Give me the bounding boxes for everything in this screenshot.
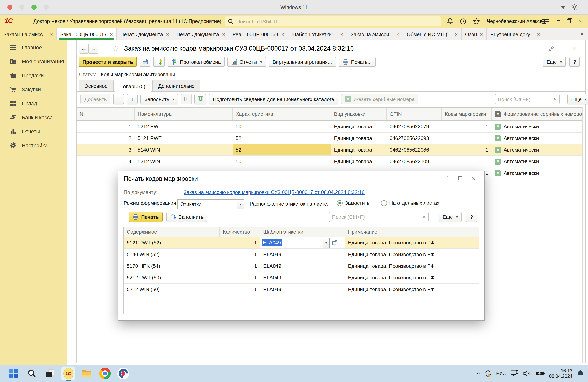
load-table-button[interactable] bbox=[195, 94, 206, 104]
network-display-icon[interactable] bbox=[510, 370, 519, 377]
form-more-button[interactable]: Еще▾ bbox=[543, 57, 566, 67]
form-more-dots-icon[interactable]: ⋮ bbox=[559, 45, 565, 52]
tab-order-emission[interactable]: Заказ на эмисси...× bbox=[347, 28, 403, 40]
table-row[interactable]: 5212 WIN (50) 1 ELA049 Единица товара, П… bbox=[124, 284, 479, 295]
col-header-gtin[interactable]: GTIN bbox=[387, 108, 442, 121]
help-button[interactable]: ? bbox=[569, 57, 580, 67]
tray-chevron-up-icon[interactable]: ^ bbox=[477, 371, 480, 376]
taskbar-search-button[interactable] bbox=[24, 366, 39, 381]
table-row[interactable]: 5212 PWT (50) 1 ELA049 Единица товара, П… bbox=[124, 272, 479, 284]
forward-button[interactable]: → bbox=[89, 43, 98, 54]
goods-more-button[interactable]: Еще▾ bbox=[567, 94, 588, 104]
fill-button[interactable]: Заполнить▾ bbox=[141, 94, 178, 104]
dialog-help-button[interactable]: ? bbox=[466, 212, 477, 222]
clear-search-icon[interactable]: × bbox=[420, 214, 428, 220]
service-menu-icon[interactable] bbox=[543, 19, 549, 25]
tab-additional[interactable]: Дополнительно bbox=[152, 80, 200, 92]
table-row[interactable]: 5140 WIN (52) 1 ELA049 Единица товара, П… bbox=[124, 249, 479, 260]
sidebar-item-reports[interactable]: Отчеты bbox=[0, 124, 67, 138]
favorites-star-icon[interactable] bbox=[473, 18, 480, 25]
combo-dropdown-icon[interactable]: ▾ bbox=[323, 238, 329, 247]
add-row-button[interactable]: Добавить bbox=[81, 94, 111, 104]
col-header-marking-codes[interactable]: Коды маркировки bbox=[442, 108, 492, 121]
sidebar-item-main[interactable]: Главное bbox=[0, 40, 67, 54]
volume-icon[interactable] bbox=[523, 370, 531, 377]
sidebar-item-organization[interactable]: Моя организация bbox=[0, 54, 67, 68]
history-icon[interactable] bbox=[460, 18, 467, 25]
table-row-selected[interactable]: 5121 PWT (52) 1 ELA049 ▾ Единица товара,… bbox=[124, 237, 479, 249]
form-close-icon[interactable]: × bbox=[573, 45, 577, 52]
tab-exchange-is-mp[interactable]: Обмен с ИС МП (...× bbox=[403, 28, 462, 40]
selected-cell[interactable]: 52 bbox=[232, 144, 331, 156]
tab-close-icon[interactable]: × bbox=[110, 31, 113, 37]
tab-main[interactable]: Основное bbox=[79, 80, 113, 92]
prepare-national-catalog-button[interactable]: Подготовить сведения для национального к… bbox=[209, 94, 338, 104]
tab-overflow-icon[interactable]: ▼ bbox=[576, 32, 588, 36]
sync-icon[interactable] bbox=[484, 370, 492, 377]
tab-realization-00cb-000169[interactable]: Реа... 00ЦБ-000169× bbox=[229, 28, 288, 40]
tab-close-icon[interactable]: × bbox=[340, 31, 343, 37]
tab-ozon[interactable]: Озон× bbox=[462, 28, 487, 40]
1c-app-button[interactable]: 1С bbox=[61, 366, 75, 381]
app-minimize-button[interactable]: – bbox=[557, 17, 560, 24]
clock[interactable]: 16:13 08.04.2024 bbox=[549, 368, 572, 379]
col-header-serial-generation[interactable]: # Формирование серийных номеров bbox=[492, 108, 583, 121]
global-search[interactable] bbox=[225, 16, 441, 26]
col-header-packaging[interactable]: Вид упаковки bbox=[331, 108, 387, 121]
vm-settings-gear-icon[interactable] bbox=[571, 4, 578, 10]
post-document-button[interactable] bbox=[153, 57, 165, 67]
col-header-content[interactable]: Содержимое bbox=[124, 227, 220, 237]
main-menu-icon[interactable] bbox=[22, 19, 29, 24]
col-header-template[interactable]: Шаблон этикетки bbox=[260, 227, 345, 237]
dialog-more-dots-icon[interactable]: ⋮ bbox=[445, 175, 451, 182]
dialog-maximize-icon[interactable] bbox=[459, 176, 462, 180]
chrome-button[interactable] bbox=[98, 366, 112, 381]
print-button[interactable]: Печать bbox=[129, 212, 163, 222]
save-button[interactable] bbox=[140, 57, 151, 67]
tab-close-icon[interactable]: × bbox=[537, 31, 540, 37]
tab-close-icon[interactable]: × bbox=[455, 31, 458, 37]
col-header-note[interactable]: Примечание bbox=[345, 227, 479, 237]
dialog-close-icon[interactable]: × bbox=[472, 175, 476, 182]
move-row-up-button[interactable]: ↑ bbox=[113, 94, 124, 104]
open-template-icon[interactable] bbox=[332, 240, 337, 245]
sidebar-item-settings[interactable]: Настройки bbox=[0, 138, 67, 152]
radio-tile-layout[interactable]: Замостить bbox=[337, 200, 370, 206]
tab-close-icon[interactable]: × bbox=[222, 31, 225, 37]
template-input[interactable]: ELA049 ▾ bbox=[261, 238, 330, 248]
col-header-quantity[interactable]: Количество bbox=[220, 227, 260, 237]
mode-combobox[interactable]: Этикетки ▾ bbox=[177, 199, 244, 209]
reports-button[interactable]: Отчеты ▾ bbox=[228, 57, 266, 67]
table-row-selected[interactable]: 3 5140 WIN 52 Единица товара 04627085622… bbox=[77, 144, 583, 156]
document-link[interactable]: Заказ на эмиссию кодов маркировки СУЗ 00… bbox=[184, 189, 365, 195]
col-header-n[interactable]: N bbox=[77, 108, 135, 121]
goods-search-input[interactable] bbox=[495, 96, 551, 102]
vm-dropdown-icon[interactable] bbox=[561, 6, 566, 9]
tab-internal-documents[interactable]: Внутренние доку...× bbox=[487, 28, 544, 40]
sidebar-item-purchases[interactable]: Закупки bbox=[0, 82, 67, 96]
sidebar-item-warehouse[interactable]: Склад bbox=[0, 96, 67, 110]
col-header-nomenclature[interactable]: Номенклатура bbox=[135, 108, 232, 121]
combo-dropdown-icon[interactable]: ▾ bbox=[237, 200, 244, 209]
exchange-protocol-button[interactable]: Протокол обмена bbox=[168, 57, 225, 67]
app-restore-button[interactable] bbox=[567, 20, 571, 23]
battery-icon[interactable] bbox=[536, 371, 545, 376]
table-row[interactable]: 2 5121 PWT 52 Единица товара 04627085622… bbox=[77, 133, 583, 144]
sidebar-item-sales[interactable]: Продажи bbox=[0, 68, 67, 82]
barcode-scan-button[interactable] bbox=[181, 94, 192, 104]
tab-orders-emission-list[interactable]: Заказы на эмисс...× bbox=[0, 28, 57, 40]
tab-close-icon[interactable]: × bbox=[281, 31, 284, 37]
clear-search-icon[interactable]: × bbox=[551, 96, 559, 102]
tab-goods[interactable]: Товары (5) bbox=[115, 80, 151, 92]
tab-close-icon[interactable]: × bbox=[397, 31, 399, 37]
file-explorer-button[interactable] bbox=[79, 366, 94, 381]
notifications-bell-icon[interactable] bbox=[447, 18, 453, 25]
dialog-more-button[interactable]: Еще▾ bbox=[439, 212, 462, 222]
tab-print-document-2[interactable]: Печать документа× bbox=[173, 28, 229, 40]
task-view-button[interactable] bbox=[43, 366, 57, 381]
tab-print-document-1[interactable]: Печать документа× bbox=[117, 28, 173, 40]
favorite-star-icon[interactable]: ☆ bbox=[112, 44, 119, 53]
set-serial-numbers-button[interactable]: # Указать серийные номера bbox=[341, 94, 419, 104]
notifications-bell-icon[interactable] bbox=[577, 370, 584, 377]
tab-close-icon[interactable]: × bbox=[166, 31, 169, 37]
